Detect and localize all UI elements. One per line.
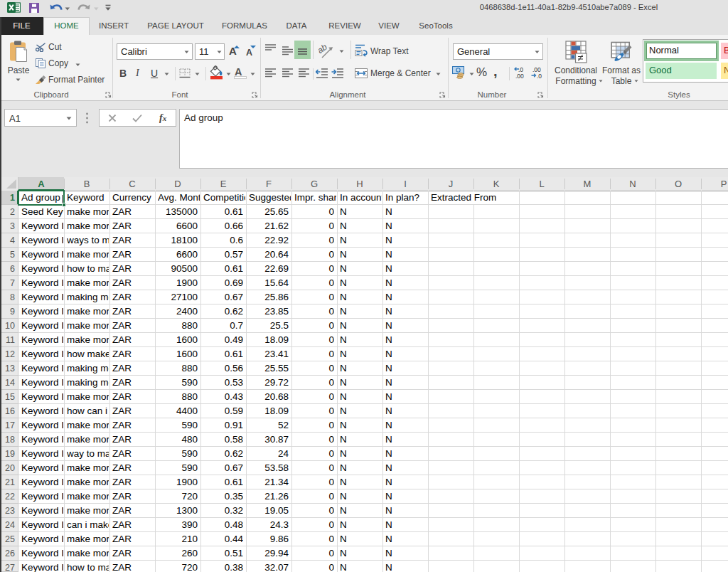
svg-text:.00: .00 <box>515 73 524 80</box>
svg-text:ab: ab <box>317 43 329 55</box>
